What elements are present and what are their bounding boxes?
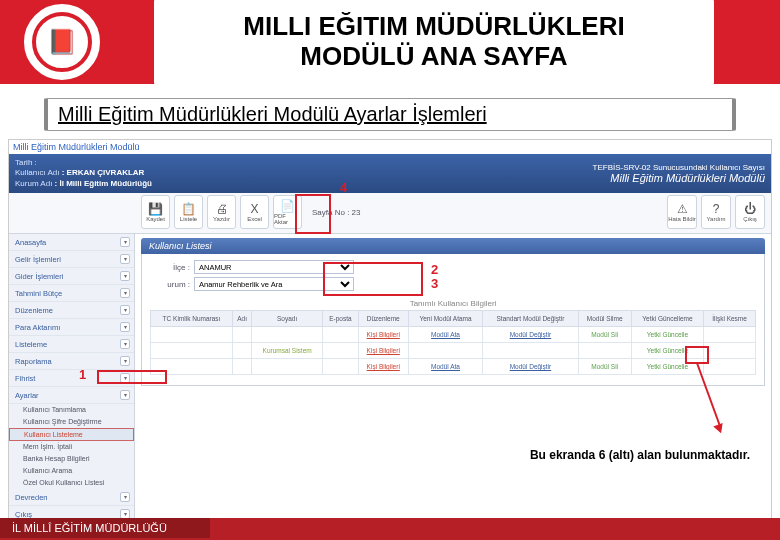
sidebar-item-anasayfa[interactable]: Anasayfa▾: [9, 234, 134, 251]
chevron-down-icon: ▾: [120, 322, 130, 332]
kurum-name: : İl Milli Eğitim Müdürlüğü: [55, 179, 152, 188]
toolbar-left-group: 💾Kaydet📋Listele🖨YazdırXExcel📄PDF Aktar: [141, 195, 302, 229]
cell[interactable]: Modül Sil: [578, 359, 631, 375]
table-caption: Tanımlı Kullanıcı Bilgileri: [150, 299, 756, 308]
filter-kurum: urum : Anamur Rehberlik ve Ara: [150, 277, 756, 291]
cell: [578, 343, 631, 359]
cell[interactable]: Yetki Güncelle: [631, 343, 703, 359]
sidebar-item-tahmini-bütçe[interactable]: Tahmini Bütçe▾: [9, 285, 134, 302]
cell[interactable]: Kişi Bilgileri: [358, 327, 408, 343]
footer-band: İL MİLLÎ EĞİTİM MÜDÜRLÜĞÜ: [0, 518, 780, 540]
chevron-down-icon: ▾: [120, 356, 130, 366]
sub-header: Milli Eğitim Müdürlükleri Modülü Ayarlar…: [44, 98, 736, 131]
annotation-num-3: 3: [431, 276, 438, 291]
tool-yardım[interactable]: ?Yardım: [701, 195, 731, 229]
sidebar-sub-kullanıcı-arama[interactable]: Kullanıcı Arama: [9, 465, 134, 477]
topbar-right: TEFBİS-SRV-02 Sunucusundaki Kullanıcı Sa…: [593, 163, 765, 184]
tool-excel[interactable]: XExcel: [240, 195, 269, 229]
col-header: TC Kimlik Numarası: [151, 311, 233, 327]
slide-caption: Bu ekranda 6 (altı) alan bulunmaktadır.: [530, 448, 750, 462]
tool-listele[interactable]: 📋Listele: [174, 195, 203, 229]
title-line2: MODÜLÜ ANA SAYFA: [300, 41, 567, 71]
topbar-left: Tarih : Kullanıcı Adı : ERKAN ÇIVRAKLAR …: [15, 158, 152, 189]
col-header: E-posta: [322, 311, 358, 327]
cell: [483, 343, 578, 359]
sidebar-item-listeleme[interactable]: Listeleme▾: [9, 336, 134, 353]
app-title: Milli Eğitim Müdürlükleri Modülü: [9, 140, 771, 154]
cell[interactable]: Kurumsal Sistem: [252, 343, 323, 359]
chevron-down-icon: ▾: [120, 288, 130, 298]
sidebar-sub-kullanıcı-listeleme[interactable]: Kullanıcı Listeleme: [9, 428, 134, 441]
sidebar-item-raporlama[interactable]: Raporlama▾: [9, 353, 134, 370]
annotation-num-4: 4: [340, 180, 347, 195]
server-info: TEFBİS-SRV-02 Sunucusundaki Kullanıcı Sa…: [593, 163, 765, 172]
col-header: Düzenleme: [358, 311, 408, 327]
col-header: Yetki Güncelleme: [631, 311, 703, 327]
sidebar-sub-mem-i̇şlm.-i̇ptali[interactable]: Mem İşlm. İptali: [9, 441, 134, 453]
sidebar-item-gelir-i̇şlemleri[interactable]: Gelir İşlemleri▾: [9, 251, 134, 268]
cell: [704, 343, 756, 359]
sidebar-sub-özel-okul-kullanıcı-listesi[interactable]: Özel Okul Kullanıcı Listesi: [9, 477, 134, 489]
tool-kaydet[interactable]: 💾Kaydet: [141, 195, 170, 229]
col-header: Soyadı: [252, 311, 323, 327]
footer-text: İL MİLLÎ EĞİTİM MÜDÜRLÜĞÜ: [0, 518, 210, 538]
cell[interactable]: Modül Ata: [408, 327, 483, 343]
ilce-select[interactable]: ANAMUR: [194, 260, 354, 274]
module-title: Milli Eğitim Müdürlükleri Modülü: [593, 172, 765, 184]
cell: [704, 327, 756, 343]
panel-body: İlçe : ANAMUR urum : Anamur Rehberlik ve…: [141, 254, 765, 386]
cell[interactable]: Kişi Bilgileri: [358, 343, 408, 359]
date-label: Tarih :: [15, 158, 37, 167]
title-line1: MILLI EĞITIM MÜDÜRLÜKLERI: [243, 11, 624, 41]
col-header: İlişki Kesme: [704, 311, 756, 327]
annotation-num-1: 1: [79, 367, 86, 382]
col-header: Standart Modül Değiştir: [483, 311, 578, 327]
cell: [252, 359, 323, 375]
annotation-num-2: 2: [431, 262, 438, 277]
cell[interactable]: Modül Ata: [408, 359, 483, 375]
chevron-down-icon: ▾: [120, 237, 130, 247]
arrow-head-icon: [713, 423, 725, 435]
col-header: Adı: [233, 311, 252, 327]
sub-header-text: Milli Eğitim Müdürlükleri Modülü Ayarlar…: [58, 103, 487, 125]
cell[interactable]: Modül Değiştir: [483, 359, 578, 375]
sidebar-sub-kullanıcı-tanımlama[interactable]: Kullanıcı Tanımlama: [9, 404, 134, 416]
user-name: : ERKAN ÇIVRAKLAR: [62, 168, 145, 177]
chevron-down-icon: ▾: [120, 305, 130, 315]
sidebar-item-ayarlar[interactable]: Ayarlar▾: [9, 387, 134, 404]
page-title: MILLI EĞITIM MÜDÜRLÜKLERIMODÜLÜ ANA SAYF…: [154, 0, 714, 86]
sidebar-item-devreden[interactable]: Devreden▾: [9, 489, 134, 506]
toolbar: 💾Kaydet📋Listele🖨YazdırXExcel📄PDF Aktar S…: [9, 193, 771, 234]
sidebar-sub-banka-hesap-bilgileri[interactable]: Banka Hesap Bilgileri: [9, 453, 134, 465]
panel-title: Kullanıcı Listesi: [141, 238, 765, 254]
app-topbar: Tarih : Kullanıcı Adı : ERKAN ÇIVRAKLAR …: [9, 154, 771, 193]
cell: [151, 359, 233, 375]
chevron-down-icon: ▾: [120, 254, 130, 264]
tool-pdf aktar[interactable]: 📄PDF Aktar: [273, 195, 302, 229]
user-label: Kullanıcı Adı: [15, 168, 59, 177]
main-panel: Kullanıcı Listesi İlçe : ANAMUR urum : A…: [135, 234, 771, 523]
chevron-down-icon: ▾: [120, 492, 130, 502]
sidebar-item-fihrist[interactable]: Fihrist▾: [9, 370, 134, 387]
cell: [233, 327, 252, 343]
table-row: Kurumsal SistemKişi BilgileriYetki Günce…: [151, 343, 756, 359]
app-window: Milli Eğitim Müdürlükleri Modülü Tarih :…: [8, 139, 772, 524]
sidebar-item-düzenleme[interactable]: Düzenleme▾: [9, 302, 134, 319]
tool-hata-bildir[interactable]: ⚠Hata Bildir: [667, 195, 697, 229]
sidebar-item-gider-i̇şlemleri[interactable]: Gider İşlemleri▾: [9, 268, 134, 285]
chevron-down-icon: ▾: [120, 271, 130, 281]
sidebar-item-para-aktarımı[interactable]: Para Aktarımı▾: [9, 319, 134, 336]
cell[interactable]: Modül Değiştir: [483, 327, 578, 343]
cell[interactable]: Yetki Güncelle: [631, 327, 703, 343]
cell: [704, 359, 756, 375]
cell[interactable]: Yetki Güncelle: [631, 359, 703, 375]
cell: [322, 343, 358, 359]
tool-çıkış[interactable]: ⏻Çıkış: [735, 195, 765, 229]
col-header: Modül Silme: [578, 311, 631, 327]
sidebar-sub-kullanıcı-şifre-değiştirme[interactable]: Kullanıcı Şifre Değiştirme: [9, 416, 134, 428]
cell: [151, 327, 233, 343]
tool-yazdır[interactable]: 🖨Yazdır: [207, 195, 236, 229]
kurum-select[interactable]: Anamur Rehberlik ve Ara: [194, 277, 354, 291]
cell[interactable]: Kişi Bilgileri: [358, 359, 408, 375]
cell[interactable]: Modül Sil: [578, 327, 631, 343]
